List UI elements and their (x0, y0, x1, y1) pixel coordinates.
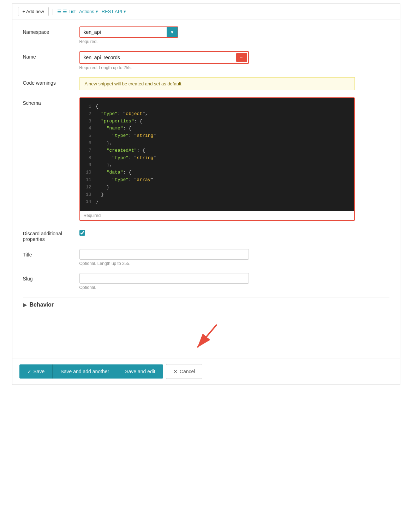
rest-api-button[interactable]: REST API ▾ (102, 9, 126, 14)
line-number: 5 (84, 132, 91, 140)
schema-row: Schema 1{2 "type": "object",3 "propertie… (23, 97, 389, 221)
schema-line: 5 "type": "string" (84, 132, 350, 140)
save-and-add-button[interactable]: Save and add another (52, 364, 117, 379)
line-content: } (96, 198, 98, 206)
line-number: 2 (84, 110, 91, 118)
schema-line: 2 "type": "object", (84, 110, 350, 118)
behavior-chevron-icon: ▶ (23, 302, 27, 308)
line-content: { (96, 103, 98, 110)
save-label: Save (34, 369, 45, 374)
line-number: 9 (84, 162, 91, 169)
schema-line: 13 } (84, 191, 350, 199)
name-row: Name ··· Required. Length up to 255. (23, 51, 389, 70)
namespace-input-group: ▾ (79, 26, 178, 38)
namespace-field: ▾ Required. (79, 26, 389, 44)
namespace-dropdown-button[interactable]: ▾ (167, 27, 178, 37)
namespace-row: Namespace ▾ Required. (23, 26, 389, 44)
name-field-wrapper: ··· (79, 51, 249, 64)
line-content: } (96, 191, 104, 199)
code-warnings-row: Code warnings A new snippet will be crea… (23, 77, 389, 90)
name-input[interactable] (80, 53, 235, 62)
schema-hint: Required (80, 211, 354, 220)
line-content: }, (96, 162, 112, 169)
schema-wrapper: 1{2 "type": "object",3 "properties": {4 … (79, 97, 355, 221)
cancel-button[interactable]: ✕ Cancel (166, 364, 203, 379)
schema-line: 8 "type": "string" (84, 155, 350, 162)
schema-line: 14} (84, 198, 350, 206)
nav-separator-1: | (52, 8, 54, 15)
namespace-dropdown-icon: ▾ (171, 29, 173, 35)
line-number: 4 (84, 125, 91, 132)
code-warnings-field: A new snippet will be created and set as… (79, 77, 389, 90)
rest-api-chevron-icon: ▾ (124, 9, 126, 14)
line-content: "data": { (96, 169, 131, 176)
namespace-hint: Required. (79, 39, 389, 44)
title-hint: Optional. Length up to 255. (79, 261, 389, 266)
line-content: "type": "string" (96, 132, 156, 140)
name-hint: Required. Length up to 255. (79, 65, 389, 70)
top-nav: + Add new | ☰ ☰ List Actions ▾ REST API … (12, 4, 400, 19)
line-content: "name": { (96, 125, 131, 132)
add-new-button[interactable]: + Add new (18, 7, 49, 16)
actions-chevron-icon: ▾ (96, 9, 98, 14)
slug-input[interactable] (79, 273, 249, 284)
line-number: 7 (84, 147, 91, 155)
save-and-edit-button[interactable]: Save and edit (117, 364, 163, 379)
arrow-indicator (185, 323, 227, 351)
bottom-buttons: ✓ Save Save and add another Save and edi… (12, 358, 400, 385)
line-number: 1 (84, 103, 91, 110)
schema-editor[interactable]: 1{2 "type": "object",3 "properties": {4 … (80, 98, 354, 211)
slug-field: Optional. (79, 273, 389, 290)
line-content: }, (96, 140, 112, 147)
schema-line: 10 "data": { (84, 169, 350, 176)
discard-field (79, 228, 389, 237)
line-content: "createdAt": { (96, 147, 145, 155)
cancel-label: Cancel (180, 369, 195, 374)
discard-row: Discard additional properties (23, 228, 389, 242)
schema-label: Schema (23, 97, 79, 106)
line-number: 14 (84, 198, 91, 206)
namespace-input[interactable] (80, 27, 167, 37)
line-content: "type": "array" (96, 176, 154, 184)
line-content: } (96, 184, 109, 191)
title-row: Title Optional. Length up to 255. (23, 249, 389, 266)
slug-label: Slug (23, 273, 79, 282)
behavior-section: ▶ Behavior (23, 297, 389, 316)
line-number: 10 (84, 169, 91, 176)
name-field: ··· Required. Length up to 255. (79, 51, 389, 70)
line-number: 6 (84, 140, 91, 147)
slug-hint: Optional. (79, 285, 389, 290)
actions-button[interactable]: Actions ▾ (79, 9, 98, 14)
save-button[interactable]: ✓ Save (19, 364, 53, 379)
code-warnings-label: Code warnings (23, 77, 79, 86)
name-input-group: ··· (80, 52, 248, 63)
schema-line: 3 "properties": { (84, 118, 350, 125)
schema-line: 1{ (84, 103, 350, 110)
list-button[interactable]: ☰ ☰ List (57, 9, 76, 14)
name-dots-button[interactable]: ··· (236, 53, 247, 62)
behavior-label: Behavior (30, 302, 54, 308)
discard-label: Discard additional properties (23, 228, 79, 242)
line-content: "type": "string" (96, 155, 156, 162)
form-content: Namespace ▾ Required. Name ··· (12, 19, 400, 358)
schema-line: 12 } (84, 184, 350, 191)
arrow-container (23, 323, 389, 351)
line-content: "properties": { (96, 118, 143, 125)
cancel-x-icon: ✕ (173, 369, 178, 374)
schema-line: 11 "type": "array" (84, 176, 350, 184)
discard-checkbox[interactable] (79, 230, 85, 236)
title-label: Title (23, 249, 79, 258)
line-number: 11 (84, 176, 91, 184)
list-label: ☰ List (63, 9, 76, 14)
line-number: 13 (84, 191, 91, 199)
title-input[interactable] (79, 249, 249, 260)
rest-api-label: REST API (102, 9, 122, 14)
line-number: 3 (84, 118, 91, 125)
schema-line: 9 }, (84, 162, 350, 169)
save-check-icon: ✓ (27, 369, 31, 374)
svg-line-1 (197, 325, 217, 347)
line-number: 12 (84, 184, 91, 191)
line-number: 8 (84, 155, 91, 162)
page-wrapper: + Add new | ☰ ☰ List Actions ▾ REST API … (12, 4, 400, 385)
behavior-header[interactable]: ▶ Behavior (23, 297, 389, 312)
